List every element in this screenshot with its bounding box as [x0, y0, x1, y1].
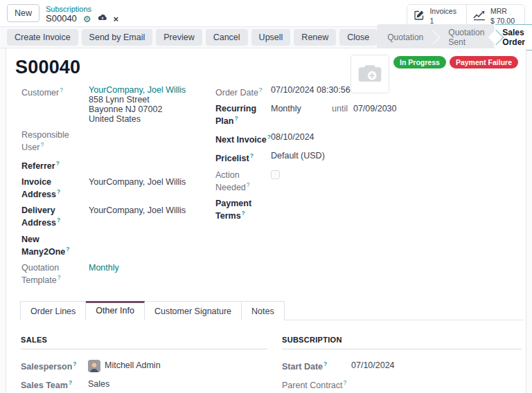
customer-address-line: 858 Lynn Street: [89, 95, 186, 104]
customer-address-line: Bayonne NJ 07002: [89, 104, 186, 114]
breadcrumb-current: S00040: [46, 14, 77, 24]
product-image-placeholder[interactable]: [351, 55, 389, 93]
form-sheet: In Progress Payment Failure S00040 Custo…: [6, 48, 526, 393]
delivery-address-value[interactable]: YourCompany, Joel Willis: [89, 205, 186, 215]
help-icon[interactable]: ?: [57, 188, 60, 195]
help-icon[interactable]: ?: [247, 181, 250, 188]
send-by-email-button[interactable]: Send by Email: [82, 29, 153, 46]
help-icon[interactable]: ?: [242, 210, 245, 217]
edit-icon: [414, 10, 425, 23]
invoice-address-label: Invoice Address: [21, 177, 56, 199]
field-payment-terms: Payment Terms?: [215, 199, 423, 221]
renew-button[interactable]: Renew: [294, 29, 336, 46]
upsell-button[interactable]: Upsell: [251, 29, 291, 46]
tab-customer-signature[interactable]: Customer Signature: [145, 301, 242, 320]
subscription-section-title: SUBSCRIPTION: [282, 336, 522, 349]
field-referrer: Referrer?: [21, 158, 215, 171]
start-date-label: Start Date: [282, 362, 323, 372]
help-icon[interactable]: ?: [73, 360, 76, 367]
customer-address-line: United States: [89, 114, 186, 124]
quotation-template-link[interactable]: Monthly: [89, 263, 119, 273]
next-invoice-label: Next Invoice: [215, 135, 267, 145]
stage-pipeline: Quotation Quotation Sent Sales Order: [377, 24, 532, 51]
statusbar: Create Invoice Send by Email Preview Can…: [0, 26, 532, 48]
cancel-button[interactable]: Cancel: [206, 29, 248, 46]
field-pricelist: Pricelist? Default (USD): [215, 151, 423, 163]
start-date-value[interactable]: 07/10/2024: [351, 360, 395, 371]
mrr-label: MRR: [490, 7, 515, 17]
field-action-needed: Action Needed?: [215, 170, 423, 192]
help-icon[interactable]: ?: [66, 246, 69, 253]
field-responsible-user: Responsible User?: [21, 130, 215, 152]
responsible-user-label: Responsible User: [21, 130, 69, 152]
sales-section: SALES Salesperson? Mitchell Admin Sales …: [21, 336, 267, 393]
help-icon[interactable]: ?: [40, 141, 44, 148]
field-salesperson: Salesperson? Mitchell Admin: [21, 359, 267, 372]
invoices-label: Invoices: [429, 7, 456, 17]
tab-other-info[interactable]: Other Info: [86, 301, 145, 320]
sales-team-value[interactable]: Sales: [88, 379, 109, 390]
close-button[interactable]: Close: [339, 29, 377, 46]
field-sales-team: Sales Team? Sales: [21, 378, 267, 391]
help-icon[interactable]: ?: [69, 379, 72, 386]
create-invoice-button[interactable]: Create Invoice: [7, 29, 78, 46]
parent-contract-label: Parent Contract: [282, 381, 343, 390]
pricelist-label: Pricelist: [215, 154, 249, 164]
help-icon[interactable]: ?: [259, 86, 263, 93]
sales-section-title: SALES: [21, 336, 267, 349]
control-panel: New Subscriptions S00040 ⚙ × Invoices 1: [0, 0, 532, 26]
tab-order-lines[interactable]: Order Lines: [20, 301, 86, 320]
help-icon[interactable]: ?: [57, 217, 60, 223]
camera-plus-icon: [357, 62, 383, 86]
delivery-address-label: Delivery Address: [21, 205, 56, 228]
help-icon[interactable]: ?: [323, 360, 327, 367]
stage-quotation-sent[interactable]: Quotation Sent: [433, 24, 494, 51]
discard-icon[interactable]: ×: [114, 15, 119, 24]
preview-button[interactable]: Preview: [156, 29, 202, 46]
salesperson-value[interactable]: Mitchell Admin: [105, 360, 161, 371]
field-start-date: Start Date? 07/10/2024: [282, 359, 522, 372]
customer-link[interactable]: YourCompany, Joel Willis: [89, 85, 186, 95]
recurring-plan-value[interactable]: Monthly: [271, 104, 332, 113]
quotation-template-label: Quotation Template: [21, 263, 59, 285]
field-parent-contract: Parent Contract?: [282, 378, 522, 391]
field-customer: Customer? YourCompany, Joel Willis 858 L…: [21, 85, 215, 124]
pricelist-value[interactable]: Default (USD): [271, 151, 325, 161]
help-icon[interactable]: ?: [60, 86, 63, 93]
next-invoice-value[interactable]: 08/10/2024: [271, 132, 314, 142]
order-date-label: Order Date: [215, 88, 258, 98]
help-icon[interactable]: ?: [57, 274, 61, 281]
notebook-tabs: Order Lines Other Info Customer Signatur…: [20, 301, 523, 320]
new-button[interactable]: New: [7, 4, 39, 22]
stage-quotation[interactable]: Quotation: [377, 24, 433, 51]
help-icon[interactable]: ?: [344, 379, 347, 386]
tab-notes[interactable]: Notes: [242, 301, 285, 320]
line-chart-icon: [473, 10, 486, 23]
salesperson-label: Salesperson: [21, 362, 72, 372]
status-badge-payment-failure: Payment Failure: [450, 56, 518, 68]
referrer-label: Referrer: [21, 161, 55, 171]
invoice-address-value[interactable]: YourCompany, Joel Willis: [89, 177, 186, 187]
field-next-invoice: Next Invoice? 08/10/2024: [215, 132, 423, 145]
field-invoice-address: Invoice Address? YourCompany, Joel Willi…: [21, 177, 215, 199]
until-label: until: [332, 104, 348, 113]
help-icon[interactable]: ?: [234, 115, 238, 122]
breadcrumb: Subscriptions S00040 ⚙ ×: [46, 4, 118, 24]
gear-icon[interactable]: ⚙: [83, 15, 91, 24]
help-icon[interactable]: ?: [250, 152, 254, 159]
customer-label: Customer: [21, 88, 59, 98]
action-needed-checkbox[interactable]: [271, 170, 280, 179]
field-new-many2one: New Many2One?: [21, 235, 215, 257]
order-date-value[interactable]: 07/10/2024 08:30:56: [271, 85, 351, 95]
stage-sales-order-active[interactable]: Sales Order: [495, 24, 532, 51]
help-icon[interactable]: ?: [56, 160, 60, 167]
field-quotation-template: Quotation Template? Monthly: [21, 263, 215, 285]
payment-terms-label: Payment Terms: [215, 199, 251, 221]
salesperson-avatar: [88, 360, 100, 372]
until-date-value[interactable]: 07/09/2030: [353, 104, 397, 113]
new-many2one-label: New Many2One: [21, 235, 65, 257]
action-needed-label: Action Needed: [215, 170, 246, 192]
breadcrumb-parent-link[interactable]: Subscriptions: [46, 5, 118, 13]
cloud-save-icon[interactable]: [98, 14, 107, 24]
sales-team-label: Sales Team: [21, 381, 68, 390]
